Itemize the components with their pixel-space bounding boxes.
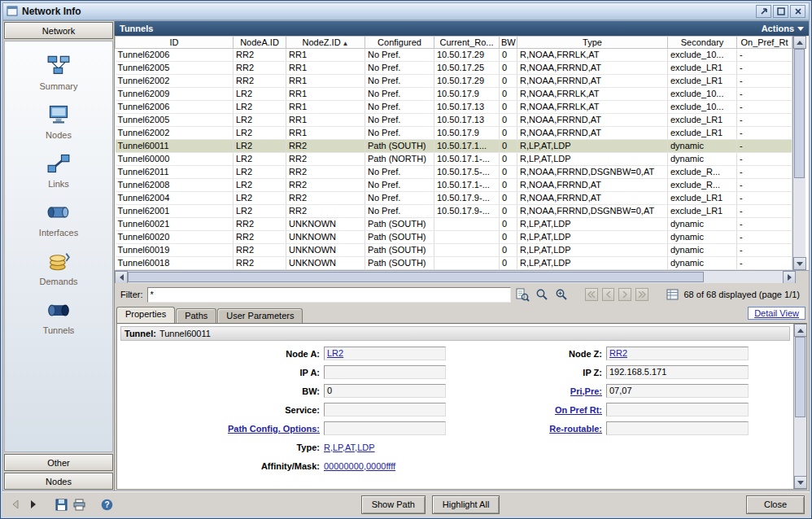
node-a-label: Node A: (120, 349, 324, 359)
node-z-link[interactable]: RR2 (609, 348, 627, 358)
column-header-configured[interactable]: Configured (365, 37, 434, 49)
tab-properties[interactable]: Properties (116, 307, 175, 323)
column-header-secondary[interactable]: Secondary (668, 37, 737, 49)
table-cell: R,LP,AT,LDP (517, 140, 668, 153)
re-routable-field[interactable] (606, 421, 749, 435)
sidebar-item-links[interactable]: Links (14, 152, 103, 189)
column-header-nodea[interactable]: NodeA.ID (234, 37, 286, 49)
table-row[interactable]: Tunnel60021RR2UNKNOWNPath (SOUTH)0R,LP,A… (116, 218, 792, 231)
table-row[interactable]: Tunnel62008LR2RR2No Pref.10.50.17.1-...0… (116, 179, 792, 192)
tab-paths[interactable]: Paths (176, 308, 216, 323)
close-button[interactable] (790, 5, 805, 18)
column-header-on-pref-rt[interactable]: On_Pref_Rt (737, 37, 792, 49)
column-header-id[interactable]: ID (116, 37, 234, 49)
table-cell: dynamic (668, 244, 737, 257)
column-header-nodez[interactable]: NodeZ.ID▲ (286, 37, 365, 49)
highlight-all-button[interactable]: Highlight All (432, 495, 500, 514)
sidebar-item-nodes[interactable]: Nodes (14, 103, 103, 140)
table-vertical-scrollbar[interactable] (792, 36, 805, 270)
pri-pre-field[interactable]: 07,07 (606, 384, 749, 398)
table-row[interactable]: Tunnel62002RR2RR1No Pref.10.50.17.290R,N… (116, 75, 792, 88)
show-path-button[interactable]: Show Path (361, 495, 426, 514)
table-row[interactable]: Tunnel60019RR2UNKNOWNPath (SOUTH)0R,LP,A… (116, 244, 792, 257)
table-row[interactable]: Tunnel62009LR2RR1No Pref.10.50.17.90R,NO… (116, 88, 792, 101)
first-page-button[interactable] (585, 288, 598, 301)
sidebar-tab-other[interactable]: Other (4, 454, 113, 471)
next-page-button[interactable] (618, 288, 631, 301)
maximize-button[interactable] (773, 5, 788, 18)
table-row[interactable]: Tunnel62005LR2RR1No Pref.10.50.17.130R,N… (116, 114, 792, 127)
actions-menu-button[interactable]: Actions (762, 24, 804, 33)
horizontal-scroll-thumb[interactable] (128, 272, 704, 282)
sidebar-item-tunnels[interactable]: Tunnels (14, 299, 103, 335)
scroll-right-button[interactable] (783, 271, 796, 284)
ip-z-field[interactable]: 192.168.5.171 (606, 365, 749, 379)
table-cell: R,NOAA,FRRND,AT (517, 62, 668, 75)
path-config-options-field[interactable] (324, 421, 446, 435)
table-row[interactable]: Tunnel62005RR2RR1No Pref.10.50.17.250R,N… (116, 62, 792, 75)
table-row[interactable]: Tunnel62011LR2RR2No Pref.10.50.17.5-...0… (116, 166, 792, 179)
table-cell: exclude_R... (668, 179, 737, 192)
sidebar-tab-network[interactable]: Network (4, 22, 113, 39)
table-row[interactable]: Tunnel62001LR2RR2No Pref.10.50.17.9-...0… (116, 205, 792, 218)
table-cell: Tunnel62005 (116, 62, 234, 75)
table-row[interactable]: Tunnel62006LR2RR1No Pref.10.50.17.130R,N… (116, 101, 792, 114)
table-row[interactable]: Tunnel60018RR2UNKNOWNPath (SOUTH)0R,LP,A… (116, 257, 792, 270)
titlebar[interactable]: Network Info (2, 2, 810, 20)
table-horizontal-scrollbar[interactable] (115, 270, 796, 283)
sidebar-tab-nodes[interactable]: Nodes (4, 473, 113, 490)
prev-page-button[interactable] (602, 288, 615, 301)
table-row[interactable]: Tunnel62002LR2RR1No Pref.10.50.17.90R,NO… (116, 127, 792, 140)
table-row[interactable]: Tunnel60011LR2RR2Path (SOUTH)10.50.17.1.… (116, 140, 792, 153)
node-a-field[interactable]: LR2 (324, 347, 446, 360)
node-a-link[interactable]: LR2 (327, 348, 343, 358)
table-cell: RR2 (286, 192, 365, 205)
back-icon[interactable] (7, 496, 23, 512)
zoom-search-icon[interactable] (553, 287, 569, 302)
table-row[interactable]: Tunnel62006RR2RR1No Pref.10.50.17.290R,N… (116, 49, 792, 62)
filter-input[interactable] (147, 287, 512, 303)
scroll-left-button[interactable] (115, 271, 128, 284)
table-cell: 10.50.17.1... (434, 140, 500, 153)
forward-icon[interactable] (25, 496, 41, 512)
affinity-mask-value-link[interactable]: 00000000,0000ffff (324, 461, 749, 471)
scroll-down-button[interactable] (794, 476, 807, 489)
table-cell: - (737, 231, 792, 244)
save-icon[interactable] (54, 496, 69, 512)
column-header-current-route[interactable]: Current_Ro... (434, 37, 500, 49)
service-field[interactable] (324, 403, 446, 417)
restore-button[interactable] (756, 5, 771, 18)
table-row[interactable]: Tunnel62004LR2RR2No Pref.10.50.17.9-...0… (116, 192, 792, 205)
table-options-icon[interactable] (665, 287, 680, 302)
table-row[interactable]: Tunnel60000LR2RR2Path (NORTH)10.50.17.1-… (116, 153, 792, 166)
vertical-scroll-thumb[interactable] (794, 49, 805, 178)
column-header-bw[interactable]: BW (500, 37, 517, 49)
search-icon[interactable] (535, 287, 550, 302)
type-value-link[interactable]: R,LP,AT,LDP (324, 443, 749, 452)
node-z-field[interactable]: RR2 (606, 347, 749, 360)
print-icon[interactable] (72, 496, 87, 512)
advanced-filter-icon[interactable] (515, 287, 530, 302)
detail-view-button[interactable]: Detail View (748, 307, 805, 320)
ip-a-field[interactable] (324, 365, 446, 379)
pri-pre-label-link[interactable]: Pri,Pre: (446, 386, 606, 396)
on-pref-rt-label-link[interactable]: On Pref Rt: (446, 405, 606, 415)
scroll-down-button[interactable] (793, 257, 806, 270)
sidebar-item-demands[interactable]: Demands (14, 250, 103, 286)
properties-vertical-scrollbar[interactable] (793, 324, 806, 489)
sidebar-item-interfaces[interactable]: Interfaces (14, 201, 103, 238)
scroll-up-button[interactable] (793, 36, 806, 49)
scroll-up-button[interactable] (794, 324, 807, 337)
re-routable-label-link[interactable]: Re-routable: (446, 424, 606, 434)
on-pref-rt-field[interactable] (606, 403, 749, 417)
vertical-scroll-thumb[interactable] (795, 337, 805, 417)
column-header-type[interactable]: Type (517, 37, 668, 49)
sidebar-item-summary[interactable]: Summary (14, 55, 103, 91)
bw-field[interactable]: 0 (324, 384, 446, 398)
tab-user-parameters[interactable]: User Parameters (217, 308, 303, 323)
path-config-options-label-link[interactable]: Path Config. Options: (120, 424, 324, 434)
last-page-button[interactable] (635, 288, 648, 301)
table-row[interactable]: Tunnel60020RR2UNKNOWNPath (SOUTH)0R,LP,A… (116, 231, 792, 244)
help-icon[interactable]: ? (99, 496, 115, 512)
close-window-button[interactable]: Close (746, 495, 805, 514)
